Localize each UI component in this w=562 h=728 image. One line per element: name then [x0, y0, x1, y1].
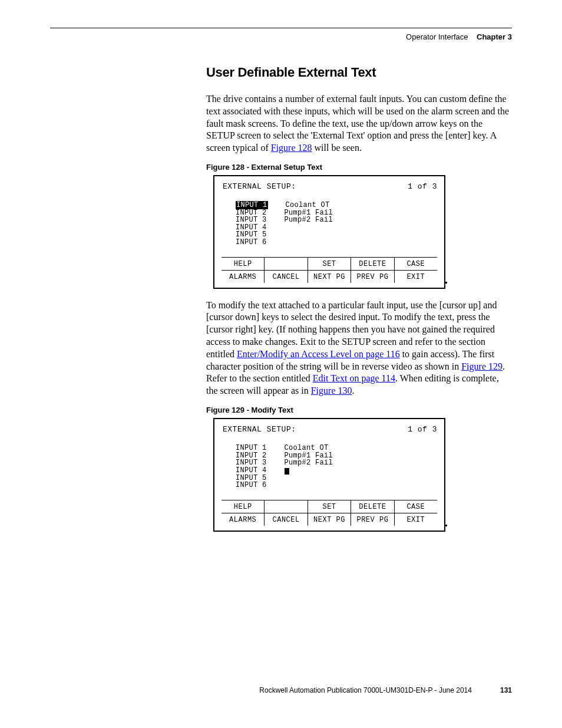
edit-text-link[interactable]: Edit Text on page 114: [313, 373, 395, 383]
softkey-exit[interactable]: EXIT: [395, 271, 437, 283]
terminal-header-129: EXTERNAL SETUP: 1 of 3: [214, 419, 444, 435]
terminal-softkeys: HELP SET DELETE CASE ALARMS CANCEL NEXT …: [222, 257, 437, 283]
softkey-help[interactable]: HELP: [222, 500, 265, 513]
dot-icon: [445, 525, 447, 526]
softkey-nextpg[interactable]: NEXT PG: [308, 513, 351, 526]
softkey-row-2-129: ALARMS CANCEL NEXT PG PREV PG EXIT: [222, 513, 437, 526]
main-content: User Definable External Text The drive c…: [206, 65, 513, 542]
input-3-value: Pump#2 Fail: [285, 216, 333, 224]
softkey-exit[interactable]: EXIT: [395, 513, 437, 526]
dot-icon: [445, 282, 447, 284]
terminal-header: EXTERNAL SETUP: 1 of 3: [214, 176, 444, 192]
figure-129-link[interactable]: Figure 129: [461, 361, 503, 371]
page-number: 131: [500, 686, 512, 694]
softkey-alarms[interactable]: ALARMS: [222, 271, 265, 283]
softkey-cancel[interactable]: CANCEL: [265, 271, 308, 283]
para2-text-e: .: [352, 386, 354, 396]
header-rule: [50, 28, 512, 28]
list-item: INPUT 6: [236, 481, 267, 489]
header-section: Operator Interface: [406, 32, 468, 41]
intro-paragraph: The drive contains a number of external …: [206, 93, 513, 154]
section-title: User Definable External Text: [206, 65, 513, 80]
terminal-body: INPUT 1 Coolant OT INPUT 2 Pump#1 Fail I…: [214, 192, 444, 257]
list-item: INPUT 4: [236, 466, 267, 475]
softkey-set[interactable]: SET: [308, 258, 351, 270]
figure-130-link[interactable]: Figure 130: [311, 386, 352, 396]
terminal-pager: 1 of 3: [408, 182, 437, 191]
figure-128-caption: Figure 128 - External Setup Text: [206, 163, 513, 172]
softkey-delete[interactable]: DELETE: [351, 258, 394, 270]
softkey-set[interactable]: SET: [308, 500, 351, 513]
running-header: Operator Interface Chapter 3: [406, 32, 512, 41]
cursor-icon: [285, 468, 289, 475]
figure-129-terminal: EXTERNAL SETUP: 1 of 3 INPUT 1 Coolant O…: [213, 418, 445, 532]
softkey-delete[interactable]: DELETE: [351, 500, 394, 513]
figure-128-link[interactable]: Figure 128: [271, 143, 312, 153]
header-chapter: Chapter 3: [477, 32, 512, 41]
softkey-blank[interactable]: [265, 500, 308, 513]
softkey-help[interactable]: HELP: [222, 258, 265, 270]
figure-128-terminal: EXTERNAL SETUP: 1 of 3 INPUT 1 Coolant O…: [213, 175, 445, 289]
terminal-body-129: INPUT 1 Coolant OT INPUT 2 Pump#1 Fail I…: [214, 435, 444, 500]
publication-info: Rockwell Automation Publication 7000L-UM…: [259, 686, 472, 694]
softkey-row-1-129: HELP SET DELETE CASE: [222, 500, 437, 513]
modify-paragraph: To modify the text attached to a particu…: [206, 299, 513, 397]
softkey-case[interactable]: CASE: [395, 258, 437, 270]
input-3-value: Pump#2 Fail: [285, 459, 333, 467]
figure-129-caption: Figure 129 - Modify Text: [206, 406, 513, 414]
softkey-row-2: ALARMS CANCEL NEXT PG PREV PG EXIT: [222, 271, 437, 283]
list-item: INPUT 6: [236, 238, 267, 246]
softkey-prevpg[interactable]: PREV PG: [351, 513, 394, 526]
softkey-case[interactable]: CASE: [395, 500, 437, 513]
softkey-row-1: HELP SET DELETE CASE: [222, 258, 437, 271]
access-level-link[interactable]: Enter/Modify an Access Level on page 116: [237, 349, 400, 359]
page-footer: Rockwell Automation Publication 7000L-UM…: [50, 686, 512, 694]
softkey-alarms[interactable]: ALARMS: [222, 513, 265, 526]
softkey-cancel[interactable]: CANCEL: [265, 513, 308, 526]
terminal-pager-129: 1 of 3: [408, 425, 437, 434]
terminal-title: EXTERNAL SETUP:: [223, 182, 296, 191]
softkey-blank[interactable]: [265, 258, 308, 270]
softkey-prevpg[interactable]: PREV PG: [351, 271, 394, 283]
terminal-title-129: EXTERNAL SETUP:: [223, 425, 296, 434]
softkey-nextpg[interactable]: NEXT PG: [308, 271, 351, 283]
para1-text-b: will be seen.: [312, 143, 362, 153]
terminal-softkeys-129: HELP SET DELETE CASE ALARMS CANCEL NEXT …: [222, 500, 437, 526]
